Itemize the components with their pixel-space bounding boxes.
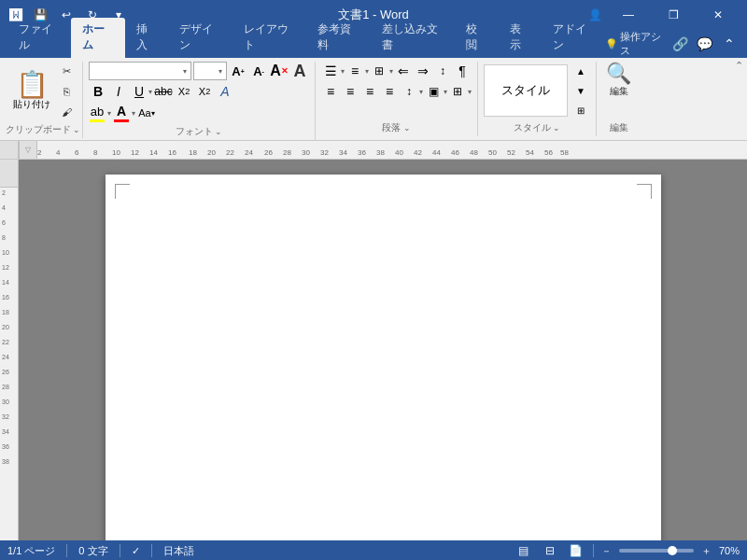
numbered-list-arrow[interactable]: ▾ <box>365 67 369 76</box>
underline-arrow[interactable]: ▾ <box>148 88 152 96</box>
document-page[interactable] <box>106 175 661 540</box>
highlight-arrow[interactable]: ▾ <box>107 109 111 118</box>
ruler: ▽ 2 4 6 8 10 12 14 16 18 20 22 24 26 28 … <box>0 141 747 160</box>
view-normal-button[interactable]: ▤ <box>514 543 533 558</box>
justify-button[interactable]: ≡ <box>380 82 399 101</box>
v-num-30: 30 <box>2 399 9 405</box>
superscript-button[interactable]: X2 <box>195 82 214 101</box>
tab-file[interactable]: ファイル <box>7 18 71 58</box>
font-grow-button[interactable]: A+ <box>229 62 247 80</box>
zoom-slider[interactable] <box>619 549 694 553</box>
decrease-indent-button[interactable]: ⇐ <box>394 62 413 80</box>
align-left-button[interactable]: ≡ <box>321 82 340 101</box>
para-expand-icon[interactable]: ⌄ <box>403 123 411 133</box>
ruler-indent-marker[interactable]: ▽ <box>19 141 37 159</box>
tab-addins[interactable]: アドイン <box>542 18 605 58</box>
comments-button[interactable]: 💬 <box>695 33 715 55</box>
restore-button[interactable]: ❒ <box>652 0 695 30</box>
align-right-button[interactable]: ≡ <box>360 82 379 101</box>
multilevel-list-button[interactable]: ⊞ <box>370 62 388 80</box>
line-spacing-button[interactable]: ↕ <box>400 82 418 101</box>
close-button[interactable]: ✕ <box>697 0 740 30</box>
style-scroll-down[interactable]: ▼ <box>571 81 590 100</box>
underline-button[interactable]: U <box>130 82 148 101</box>
tab-review[interactable]: 校閲 <box>455 18 498 58</box>
ruler-num-58: 58 <box>560 148 569 157</box>
language-selector[interactable]: 日本語 <box>163 544 194 558</box>
font-row3: ab ▾ A ▾ Aa▾ <box>89 103 156 123</box>
v-ruler-top-margin <box>0 160 18 188</box>
cut-button[interactable]: ✂ <box>56 62 77 80</box>
view-read-button[interactable]: 📄 <box>567 543 585 558</box>
highlight-button[interactable]: ab <box>89 104 106 123</box>
clipboard-expand-icon[interactable]: ⌄ <box>73 125 80 134</box>
paste-button[interactable]: 📋 貼り付け <box>9 70 54 113</box>
clear-format-button[interactable]: A✕ <box>270 62 289 80</box>
edit-main-button[interactable]: 🔍 編集 <box>602 62 635 100</box>
clipboard-secondary: ✂ ⎘ 🖌 <box>56 62 77 121</box>
style-expand-icon[interactable]: ⌄ <box>553 123 560 133</box>
multilevel-list-arrow[interactable]: ▾ <box>389 67 393 76</box>
ribbon-expand-button[interactable]: ⌃ <box>735 60 743 72</box>
bold-button[interactable]: B <box>89 82 107 101</box>
ruler-num-34: 34 <box>339 148 347 157</box>
highlight-icon: ab <box>91 105 104 119</box>
tab-design[interactable]: デザイン <box>168 18 232 58</box>
style-gallery[interactable]: スタイル <box>484 64 568 117</box>
ruler-num-20: 20 <box>207 148 216 157</box>
align-center-button[interactable]: ≡ <box>341 82 359 101</box>
tab-layout[interactable]: レイアウト <box>233 18 307 58</box>
spell-check-icon[interactable]: ✓ <box>132 545 140 557</box>
style-scroll-up[interactable]: ▲ <box>571 62 590 80</box>
sort-button[interactable]: ↕ <box>433 62 452 80</box>
big-a-button[interactable]: A <box>290 62 309 80</box>
font-color-arrow[interactable]: ▾ <box>132 109 135 118</box>
zoom-level[interactable]: 70% <box>719 545 740 556</box>
minimize-button[interactable]: ― <box>607 0 650 30</box>
bullet-list-arrow[interactable]: ▾ <box>341 67 345 76</box>
share-button[interactable]: 🔗 <box>670 33 691 55</box>
tab-mailings[interactable]: 差し込み文書 <box>371 18 456 58</box>
border-button[interactable]: ⊞ <box>448 82 467 101</box>
font-shrink-button[interactable]: A- <box>249 62 268 80</box>
border-arrow[interactable]: ▾ <box>468 88 472 96</box>
style-more-button[interactable]: ⊞ <box>571 101 590 119</box>
document-content[interactable] <box>171 231 596 511</box>
shading-arrow[interactable]: ▾ <box>444 88 447 96</box>
word-count[interactable]: 0 文字 <box>78 544 107 558</box>
ruler-num-36: 36 <box>358 148 366 157</box>
v-num-16: 16 <box>2 294 9 301</box>
font-size-selector[interactable]: ▾ <box>193 62 227 80</box>
ribbon-collapse-button[interactable]: ⌃ <box>719 33 740 55</box>
strikethrough-button[interactable]: abc <box>154 82 173 101</box>
increase-indent-button[interactable]: ⇒ <box>414 62 432 80</box>
page-corner-tr <box>637 184 652 199</box>
tab-references[interactable]: 参考資料 <box>306 18 370 58</box>
format-painter-button[interactable]: 🖌 <box>56 103 77 121</box>
change-case-button[interactable]: Aa▾ <box>137 104 156 122</box>
document-area[interactable] <box>19 160 747 540</box>
help-search-button[interactable]: 💡 操作アシス <box>605 30 666 58</box>
ruler-num-44: 44 <box>432 148 441 157</box>
font-color-button[interactable]: A <box>113 103 130 123</box>
shading-button[interactable]: ▣ <box>424 82 443 101</box>
line-spacing-arrow[interactable]: ▾ <box>419 88 423 96</box>
tab-view[interactable]: 表示 <box>499 18 542 58</box>
font-name-selector[interactable]: ▾ <box>89 62 191 80</box>
font-expand-icon[interactable]: ⌄ <box>215 127 222 136</box>
subscript-button[interactable]: X2 <box>175 82 193 101</box>
bullet-list-button[interactable]: ☰ <box>321 62 340 80</box>
italic-button[interactable]: I <box>109 82 128 101</box>
tab-home[interactable]: ホーム <box>71 18 124 58</box>
view-web-button[interactable]: ⊟ <box>541 543 559 558</box>
numbered-list-button[interactable]: ≡ <box>345 62 364 80</box>
tab-insert[interactable]: 挿入 <box>125 18 168 58</box>
copy-button[interactable]: ⎘ <box>56 82 77 101</box>
show-marks-button[interactable]: ¶ <box>453 62 472 80</box>
v-num-22: 22 <box>2 339 9 345</box>
zoom-minus-button[interactable]: － <box>601 544 612 558</box>
zoom-plus-button[interactable]: ＋ <box>701 544 712 558</box>
page-info[interactable]: 1/1 ページ <box>7 544 55 558</box>
style-normal-preview: スタイル <box>501 82 550 99</box>
text-effect-button[interactable]: A <box>216 82 234 101</box>
